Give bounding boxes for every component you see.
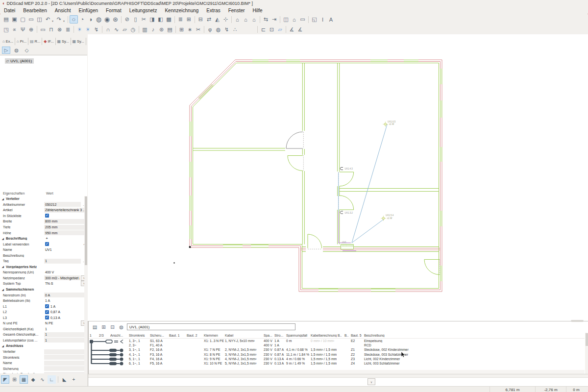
cut-cable-button[interactable]: ✂ — [194, 25, 202, 34]
uv1-distribution-board[interactable]: UV1 — [341, 241, 354, 249]
table-row[interactable]: 4, 1~, 1F3, 16 AX1: 8 N PE3, NYM-J, 3x1,… — [89, 352, 585, 357]
properties-scrollbar[interactable] — [84, 196, 88, 373]
symbol-list-button[interactable]: ≣ — [176, 15, 185, 24]
property-value[interactable]: 050212 — [44, 202, 81, 207]
text-cursor-button[interactable]: I — [318, 15, 327, 24]
checkbox-checked-icon[interactable]: ✓ — [45, 242, 49, 246]
new-document-button[interactable]: ▢ — [19, 15, 27, 24]
property-value[interactable]: 300 mΩ - Mischgebiet (G — [44, 275, 80, 280]
property-value[interactable] — [44, 366, 86, 371]
cable-loop-button[interactable]: ∩ — [104, 25, 112, 34]
tab-reports[interactable]: ▤R... — [28, 38, 42, 45]
panel-splitter-handle[interactable] — [571, 320, 584, 322]
cable-table-button[interactable]: ⊓ — [47, 25, 55, 34]
prop-row-h-he[interactable]: Höhe950 mm — [0, 230, 87, 236]
group-select-tool-button[interactable]: ▦ — [20, 375, 28, 384]
menu-hilfe[interactable]: Hilfe — [249, 7, 267, 14]
menu-datei[interactable]: Datei — [0, 7, 19, 14]
area-link-button[interactable]: ◳ — [2, 25, 10, 34]
drawing-canvas[interactable]: UV1 UV1.6.5 x1 W UV1.5.4 x1 W UV1.4.3 UV… — [88, 34, 588, 321]
prop-row-tag[interactable]: Tag1… — [0, 258, 87, 264]
prop-row-l3[interactable]: L3✓0,13 A — [0, 315, 87, 320]
cable-tray-button[interactable]: ▭ — [39, 25, 47, 34]
delete-circuit-button[interactable]: ⊗ — [55, 25, 64, 34]
prop-row-artikelnummer[interactable]: Artikelnummer050212… — [0, 202, 87, 208]
redo-button[interactable]: ↷ — [55, 15, 63, 24]
checkbox-checked-icon[interactable]: ✓ — [45, 214, 49, 218]
menu-einfügen[interactable]: Einfügen — [75, 7, 102, 14]
property-value[interactable]: 1 — [44, 326, 86, 331]
prop-row-tiefe[interactable]: Tiefe205 mm — [0, 224, 87, 230]
point-set-button[interactable]: ∴ — [231, 25, 239, 34]
section-expander-icon[interactable]: ◢ — [0, 197, 6, 200]
property-value[interactable]: Zählerverteilerschrank 3 ... — [44, 208, 86, 213]
tab-explorer[interactable]: ⌂Ex... — [1, 38, 15, 45]
property-value[interactable]: 1 — [44, 259, 81, 264]
set-square-tool-button[interactable]: ◣ — [60, 375, 69, 384]
tab-properties[interactable]: ⌂Pr... — [15, 38, 28, 45]
property-value[interactable]: 1 — [44, 338, 86, 343]
small-house-button[interactable]: ⌂ — [290, 15, 298, 24]
circuit-table-scrollbar[interactable] — [585, 333, 588, 374]
property-value[interactable]: 0 A — [44, 293, 86, 297]
prop-row-leistungsfaktor-cos-[interactable]: Leistungsfaktor (cos ...1 — [0, 338, 87, 343]
undo-button[interactable]: ↶ — [44, 15, 52, 24]
tab-ifc[interactable]: ◆IF... — [42, 38, 55, 45]
property-value[interactable]: TN-S — [44, 281, 80, 286]
property-value[interactable]: 400 V — [44, 270, 86, 275]
ortho-angle-tool-button[interactable]: ∟ — [48, 375, 56, 384]
alarm-tool-button[interactable]: ♪ — [149, 25, 157, 34]
print-button[interactable]: ▭ — [27, 15, 35, 24]
network-mode-button[interactable]: ◍ — [12, 47, 21, 54]
prop-row-gleichzeitigkeit-ka-[interactable]: Gleichzeitigkeit (Ka)1 — [0, 326, 87, 332]
tree-item-uv1[interactable]: ▱ UV1, (A001) — [5, 58, 34, 64]
chart-rise-2-button[interactable]: ∡ — [296, 25, 304, 34]
menu-fenster[interactable]: Fenster — [224, 7, 249, 14]
network-globe-button[interactable]: ◍ — [214, 25, 222, 34]
section-expander-icon[interactable]: ◢ — [0, 237, 6, 240]
connector-symbols[interactable] — [340, 168, 343, 214]
prop-row-breite[interactable]: Breite800 mm — [0, 219, 87, 224]
cable-wave-button[interactable]: ∿ — [112, 25, 121, 34]
sheet-button[interactable]: ▯ — [131, 15, 140, 24]
menu-extras[interactable]: Extras — [202, 7, 224, 14]
tab-systems[interactable]: ▦Sy... — [71, 38, 86, 45]
plug-tool-button[interactable]: φ — [206, 25, 214, 34]
ventilator-tool-button[interactable]: ⊛ — [157, 25, 166, 34]
calendar-button[interactable]: ⊟ — [196, 15, 205, 24]
freeform-tool-button[interactable]: ∿ — [38, 375, 47, 384]
circuit-table-scrollbar-thumb[interactable] — [586, 333, 588, 346]
add-label-button[interactable]: + — [44, 237, 49, 240]
property-value[interactable]: ✓0,87 A — [44, 310, 86, 315]
prop-row-system-typ[interactable]: System TypTN-S∨ — [0, 281, 87, 287]
prop-row-stromkreis-beschreib-[interactable]: Stromkreis-Beschreib... — [0, 371, 87, 373]
prop-row-l1[interactable]: L1✓1 A — [0, 303, 87, 309]
roof-tool-button[interactable]: ⌂ — [242, 15, 250, 24]
outlet-circle-tool-button[interactable]: ◑ — [86, 15, 95, 24]
menu-format[interactable]: Format — [102, 7, 125, 14]
import-symbol-button[interactable]: ◨ — [148, 15, 156, 24]
property-value[interactable]: N PE — [44, 321, 80, 326]
export-symbol-button[interactable]: ◧ — [156, 15, 165, 24]
riser-up-button[interactable]: ⊕ — [27, 25, 35, 34]
prop-row-sicherung[interactable]: Sicherung — [0, 366, 87, 371]
timer-tool-button[interactable]: ◷ — [129, 25, 137, 34]
table-settings-button[interactable]: ⊞ — [100, 323, 107, 331]
menu-bearbeiten[interactable]: Bearbeiten — [19, 7, 50, 14]
report-settings-button[interactable]: ▤ — [91, 323, 98, 331]
escape-route-button[interactable]: ↯ — [92, 25, 100, 34]
hatch-pattern-button[interactable]: ▩ — [165, 15, 173, 24]
duct-tool-button[interactable]: ▱ — [121, 25, 129, 34]
lightning-tool-button[interactable]: ↯ — [222, 25, 231, 34]
circle-symbol-tool-button[interactable]: ○ — [70, 15, 78, 24]
prop-row-artikel[interactable]: ArtikelZählerverteilerschrank 3 ... — [0, 207, 87, 213]
prop-row-l2[interactable]: L2✓0,87 A — [0, 309, 87, 315]
checkbox-checked-icon[interactable]: ✓ — [45, 316, 49, 319]
segment-circle-tool-button[interactable]: ◔ — [78, 15, 86, 24]
prop-row-stromkreis[interactable]: Stromkreis — [0, 354, 87, 360]
screen-view-button[interactable]: ▭ — [298, 15, 307, 24]
property-value[interactable]: 950 mm — [44, 230, 86, 235]
cable-branch-button[interactable]: Ψ — [19, 25, 27, 34]
table-row[interactable]: 6, 1~, 1F5, 16 AX1: 10 N PE5, NYM-J, 3x1… — [89, 361, 585, 366]
prop-row-gesamt-gleichzeitigk-[interactable]: Gesamt-Gleichzeitigk...1 — [0, 332, 87, 338]
